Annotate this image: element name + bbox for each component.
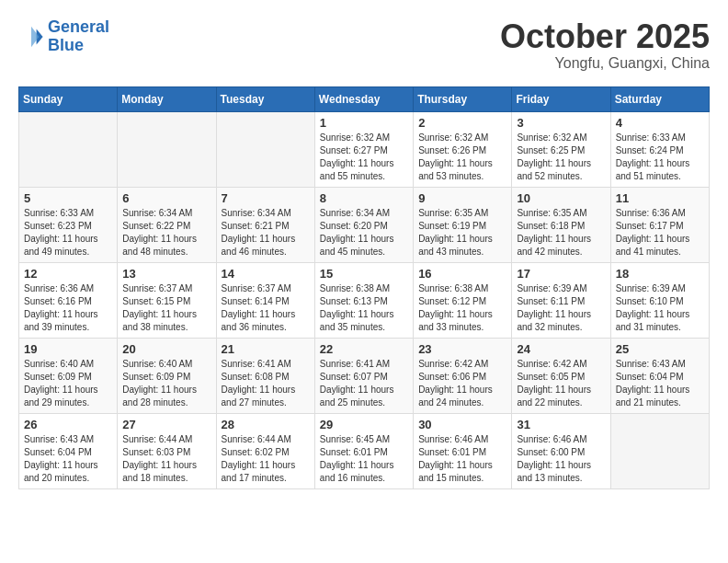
day-info: Sunrise: 6:32 AM Sunset: 6:26 PM Dayligh… (418, 132, 506, 183)
title-block: October 2025 Yongfu, Guangxi, China (500, 18, 710, 72)
day-number: 23 (418, 342, 506, 356)
weekday-header-thursday: Thursday (414, 86, 512, 111)
calendar-cell (19, 111, 118, 187)
calendar-week-2: 5Sunrise: 6:33 AM Sunset: 6:23 PM Daylig… (19, 187, 710, 262)
location: Yongfu, Guangxi, China (500, 55, 710, 72)
day-number: 31 (517, 418, 605, 431)
calendar-cell: 23Sunrise: 6:42 AM Sunset: 6:06 PM Dayli… (414, 338, 512, 413)
calendar-table: SundayMondayTuesdayWednesdayThursdayFrid… (18, 86, 710, 489)
calendar-week-1: 1Sunrise: 6:32 AM Sunset: 6:27 PM Daylig… (19, 111, 710, 187)
day-number: 28 (222, 418, 310, 431)
day-info: Sunrise: 6:32 AM Sunset: 6:25 PM Dayligh… (517, 132, 605, 183)
day-number: 26 (24, 418, 112, 431)
day-number: 18 (616, 267, 704, 281)
calendar-cell: 17Sunrise: 6:39 AM Sunset: 6:11 PM Dayli… (512, 262, 610, 338)
day-number: 20 (122, 342, 210, 356)
day-number: 8 (320, 191, 408, 205)
day-number: 2 (418, 116, 506, 130)
day-number: 1 (320, 116, 408, 130)
day-number: 19 (24, 342, 112, 356)
day-info: Sunrise: 6:43 AM Sunset: 6:04 PM Dayligh… (616, 358, 704, 409)
day-info: Sunrise: 6:42 AM Sunset: 6:06 PM Dayligh… (418, 358, 506, 409)
day-info: Sunrise: 6:35 AM Sunset: 6:19 PM Dayligh… (418, 207, 506, 259)
calendar-week-4: 19Sunrise: 6:40 AM Sunset: 6:09 PM Dayli… (19, 338, 710, 413)
calendar-cell: 3Sunrise: 6:32 AM Sunset: 6:25 PM Daylig… (512, 111, 610, 187)
calendar-week-3: 12Sunrise: 6:36 AM Sunset: 6:16 PM Dayli… (19, 262, 710, 338)
calendar-cell: 26Sunrise: 6:43 AM Sunset: 6:04 PM Dayli… (19, 413, 118, 488)
logo-icon (18, 24, 44, 50)
day-number: 25 (616, 342, 704, 356)
day-info: Sunrise: 6:34 AM Sunset: 6:21 PM Dayligh… (222, 207, 310, 259)
day-info: Sunrise: 6:38 AM Sunset: 6:12 PM Dayligh… (418, 282, 506, 334)
day-number: 21 (222, 342, 310, 356)
day-number: 29 (320, 418, 408, 431)
day-number: 12 (24, 267, 112, 281)
day-info: Sunrise: 6:34 AM Sunset: 6:22 PM Dayligh… (122, 207, 210, 259)
calendar-week-5: 26Sunrise: 6:43 AM Sunset: 6:04 PM Dayli… (19, 413, 710, 488)
logo: General Blue (18, 18, 109, 55)
calendar-cell: 31Sunrise: 6:46 AM Sunset: 6:00 PM Dayli… (512, 413, 610, 488)
calendar-cell: 29Sunrise: 6:45 AM Sunset: 6:01 PM Dayli… (314, 413, 413, 488)
day-info: Sunrise: 6:33 AM Sunset: 6:23 PM Dayligh… (24, 207, 112, 259)
calendar-cell (610, 413, 709, 488)
day-number: 17 (517, 267, 605, 281)
day-info: Sunrise: 6:40 AM Sunset: 6:09 PM Dayligh… (24, 358, 112, 409)
calendar-cell: 28Sunrise: 6:44 AM Sunset: 6:02 PM Dayli… (216, 413, 314, 488)
day-info: Sunrise: 6:38 AM Sunset: 6:13 PM Dayligh… (320, 282, 408, 334)
calendar-cell: 15Sunrise: 6:38 AM Sunset: 6:13 PM Dayli… (314, 262, 413, 338)
day-number: 30 (418, 418, 506, 431)
day-number: 4 (616, 116, 704, 130)
day-info: Sunrise: 6:36 AM Sunset: 6:17 PM Dayligh… (616, 207, 704, 259)
calendar-cell: 20Sunrise: 6:40 AM Sunset: 6:09 PM Dayli… (118, 338, 216, 413)
weekday-header-sunday: Sunday (19, 86, 118, 111)
day-number: 24 (517, 342, 605, 356)
calendar-cell (216, 111, 314, 187)
calendar-cell (118, 111, 216, 187)
day-number: 5 (24, 191, 112, 205)
day-info: Sunrise: 6:42 AM Sunset: 6:05 PM Dayligh… (517, 358, 605, 409)
day-info: Sunrise: 6:39 AM Sunset: 6:10 PM Dayligh… (616, 282, 704, 334)
day-info: Sunrise: 6:37 AM Sunset: 6:15 PM Dayligh… (122, 282, 210, 334)
calendar-cell: 2Sunrise: 6:32 AM Sunset: 6:26 PM Daylig… (414, 111, 512, 187)
calendar-cell: 4Sunrise: 6:33 AM Sunset: 6:24 PM Daylig… (610, 111, 709, 187)
day-info: Sunrise: 6:34 AM Sunset: 6:20 PM Dayligh… (320, 207, 408, 259)
calendar-cell: 11Sunrise: 6:36 AM Sunset: 6:17 PM Dayli… (610, 187, 709, 262)
calendar-cell: 16Sunrise: 6:38 AM Sunset: 6:12 PM Dayli… (414, 262, 512, 338)
weekday-header-tuesday: Tuesday (216, 86, 314, 111)
page-header: General Blue October 2025 Yongfu, Guangx… (18, 18, 710, 72)
month-title: October 2025 (500, 18, 710, 55)
calendar-cell: 9Sunrise: 6:35 AM Sunset: 6:19 PM Daylig… (414, 187, 512, 262)
day-number: 3 (517, 116, 605, 130)
day-info: Sunrise: 6:45 AM Sunset: 6:01 PM Dayligh… (320, 433, 408, 485)
day-number: 6 (122, 191, 210, 205)
logo-text: General Blue (48, 18, 109, 55)
day-number: 7 (222, 191, 310, 205)
day-info: Sunrise: 6:39 AM Sunset: 6:11 PM Dayligh… (517, 282, 605, 334)
calendar-cell: 30Sunrise: 6:46 AM Sunset: 6:01 PM Dayli… (414, 413, 512, 488)
calendar-cell: 18Sunrise: 6:39 AM Sunset: 6:10 PM Dayli… (610, 262, 709, 338)
weekday-header-row: SundayMondayTuesdayWednesdayThursdayFrid… (19, 86, 710, 111)
day-info: Sunrise: 6:41 AM Sunset: 6:07 PM Dayligh… (320, 358, 408, 409)
day-info: Sunrise: 6:35 AM Sunset: 6:18 PM Dayligh… (517, 207, 605, 259)
day-number: 13 (122, 267, 210, 281)
day-info: Sunrise: 6:43 AM Sunset: 6:04 PM Dayligh… (24, 433, 112, 485)
day-number: 11 (616, 191, 704, 205)
day-number: 14 (222, 267, 310, 281)
calendar-cell: 13Sunrise: 6:37 AM Sunset: 6:15 PM Dayli… (118, 262, 216, 338)
calendar-cell: 22Sunrise: 6:41 AM Sunset: 6:07 PM Dayli… (314, 338, 413, 413)
weekday-header-friday: Friday (512, 86, 610, 111)
day-info: Sunrise: 6:33 AM Sunset: 6:24 PM Dayligh… (616, 132, 704, 183)
day-info: Sunrise: 6:46 AM Sunset: 6:00 PM Dayligh… (517, 433, 605, 485)
calendar-cell: 7Sunrise: 6:34 AM Sunset: 6:21 PM Daylig… (216, 187, 314, 262)
calendar-cell: 24Sunrise: 6:42 AM Sunset: 6:05 PM Dayli… (512, 338, 610, 413)
day-number: 10 (517, 191, 605, 205)
calendar-cell: 6Sunrise: 6:34 AM Sunset: 6:22 PM Daylig… (118, 187, 216, 262)
day-info: Sunrise: 6:44 AM Sunset: 6:03 PM Dayligh… (122, 433, 210, 485)
calendar-cell: 21Sunrise: 6:41 AM Sunset: 6:08 PM Dayli… (216, 338, 314, 413)
weekday-header-saturday: Saturday (610, 86, 709, 111)
day-number: 16 (418, 267, 506, 281)
day-info: Sunrise: 6:36 AM Sunset: 6:16 PM Dayligh… (24, 282, 112, 334)
day-info: Sunrise: 6:40 AM Sunset: 6:09 PM Dayligh… (122, 358, 210, 409)
day-number: 9 (418, 191, 506, 205)
day-info: Sunrise: 6:41 AM Sunset: 6:08 PM Dayligh… (222, 358, 310, 409)
